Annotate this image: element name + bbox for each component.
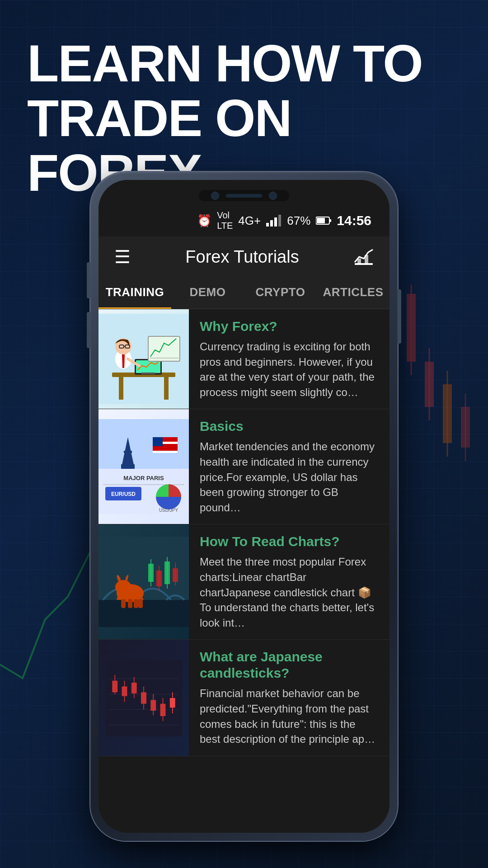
app-bar: ☰ Forex Tutorials [99, 236, 389, 277]
article-thumb-why-forex [99, 309, 189, 409]
front-camera [211, 192, 219, 200]
svg-rect-90 [170, 698, 175, 708]
svg-rect-42 [124, 451, 132, 453]
svg-rect-20 [357, 259, 361, 263]
svg-point-59 [115, 580, 131, 594]
speaker [226, 194, 262, 198]
svg-rect-60 [121, 599, 126, 608]
svg-marker-37 [122, 354, 125, 368]
article-thumb-charts [99, 524, 189, 639]
tab-bar: TRAINING DEMO CRYPTO ARTICLES [99, 277, 389, 309]
content-area: Why Forex? Currency trading is exciting … [99, 309, 389, 833]
article-title: What are Japanese candlesticks? [200, 649, 379, 681]
article-excerpt: Financial market behavior can be predict… [200, 686, 379, 746]
svg-rect-48 [153, 437, 163, 446]
menu-icon[interactable]: ☰ [114, 248, 131, 266]
svg-rect-57 [99, 600, 189, 627]
svg-rect-84 [141, 692, 146, 704]
svg-rect-41 [121, 464, 135, 468]
tab-articles[interactable]: ARTICLES [317, 277, 389, 309]
svg-rect-82 [131, 683, 137, 693]
svg-rect-28 [141, 373, 155, 374]
svg-rect-78 [112, 680, 117, 692]
title-line1: LEARN HOW TO [27, 34, 422, 92]
battery-percent: 67% [287, 214, 310, 228]
volte-icon: VolLTE [217, 210, 233, 231]
article-title: Why Forex? [200, 318, 379, 335]
volume-down-button [87, 312, 90, 348]
svg-rect-86 [150, 700, 156, 711]
article-title: Basics [200, 418, 379, 434]
svg-text:USD/JPY: USD/JPY [159, 508, 178, 513]
phone-mockup: ⏰ VolLTE 4G+ 67% 14:56 [90, 172, 398, 841]
svg-rect-47 [153, 451, 178, 453]
article-item[interactable]: How To Read Charts? Meet the three most … [99, 524, 389, 640]
svg-rect-88 [160, 703, 166, 716]
article-excerpt: Meet the three most popular Forex charts… [200, 554, 379, 630]
svg-rect-21 [365, 255, 368, 263]
article-item[interactable]: Why Forex? Currency trading is exciting … [99, 309, 389, 409]
battery-icon [316, 216, 331, 225]
volume-up-button [87, 262, 90, 298]
svg-rect-17 [329, 219, 331, 222]
article-thumb-candlesticks [99, 640, 189, 755]
article-excerpt: Currency trading is exciting for both pr… [200, 339, 379, 400]
status-icons: ⏰ VolLTE 4G+ 67% 14:56 [197, 210, 371, 231]
svg-rect-15 [278, 215, 281, 226]
article-item[interactable]: What are Japanese candlesticks? Financia… [99, 640, 389, 756]
svg-rect-18 [317, 218, 325, 223]
svg-rect-46 [153, 446, 178, 448]
svg-text:MAJOR PARIS: MAJOR PARIS [123, 475, 164, 481]
svg-rect-13 [270, 220, 273, 226]
svg-text:EUR/USD: EUR/USD [111, 491, 136, 497]
article-title: How To Read Charts? [200, 533, 379, 550]
chart-trend-icon[interactable] [354, 248, 374, 266]
tab-demo[interactable]: DEMO [171, 277, 244, 309]
tab-training[interactable]: TRAINING [99, 277, 171, 309]
svg-rect-25 [164, 377, 169, 400]
phone-frame: ⏰ VolLTE 4G+ 67% 14:56 [90, 172, 398, 841]
article-excerpt: Market tendencies and the economy health… [200, 439, 379, 515]
sensor [269, 192, 277, 200]
article-body-basics: Basics Market tendencies and the economy… [189, 409, 389, 524]
network-icon: 4G+ [238, 214, 261, 228]
article-thumb-basics: MAJOR PARIS EUR/USD [99, 409, 189, 524]
svg-rect-24 [119, 377, 123, 400]
alarm-icon: ⏰ [197, 214, 211, 228]
phone-screen: ⏰ VolLTE 4G+ 67% 14:56 [99, 180, 389, 833]
article-body-candlesticks: What are Japanese candlesticks? Financia… [189, 640, 389, 755]
clock: 14:56 [337, 213, 371, 228]
camera-bar [199, 190, 289, 201]
article-body-why-forex: Why Forex? Currency trading is exciting … [189, 309, 389, 409]
svg-rect-61 [128, 599, 132, 608]
svg-rect-63 [138, 599, 143, 608]
signal-icon [266, 215, 282, 226]
tab-crypto[interactable]: CRYPTO [244, 277, 317, 309]
svg-rect-14 [274, 217, 277, 226]
article-item[interactable]: MAJOR PARIS EUR/USD [99, 409, 389, 524]
svg-rect-80 [122, 686, 127, 696]
svg-rect-62 [134, 599, 138, 608]
svg-rect-12 [266, 223, 269, 226]
article-body-charts: How To Read Charts? Meet the three most … [189, 524, 389, 639]
power-button [398, 289, 401, 344]
status-bar: ⏰ VolLTE 4G+ 67% 14:56 [99, 205, 389, 236]
svg-rect-19 [355, 263, 373, 265]
app-title: Forex Tutorials [185, 247, 299, 267]
